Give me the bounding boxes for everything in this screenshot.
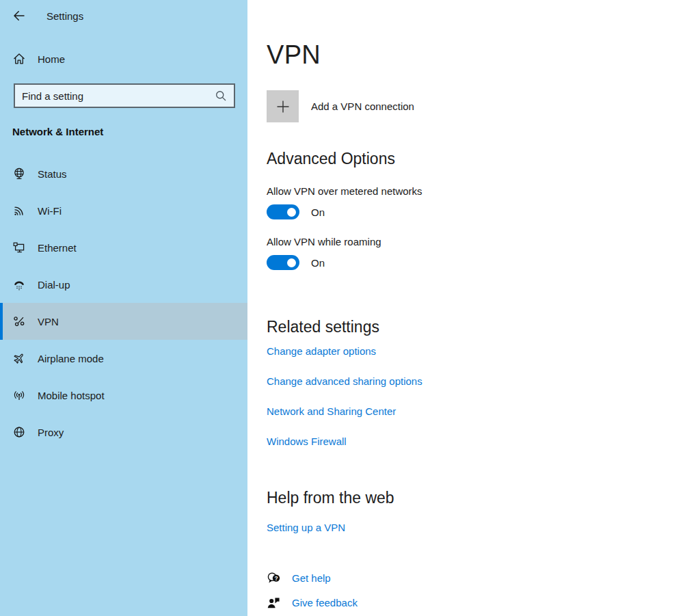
link-change-advanced-sharing-options[interactable]: Change advanced sharing options (267, 375, 422, 388)
advanced-options-heading: Advanced Options (267, 148, 700, 169)
give-feedback-icon (267, 595, 282, 611)
sidebar-item-label: Airplane mode (38, 353, 104, 364)
add-vpn-button[interactable]: Add a VPN connection (267, 90, 414, 122)
link-setting-up-a-vpn[interactable]: Setting up a VPN (267, 521, 345, 535)
toggle-switch-on[interactable] (267, 204, 299, 219)
window-title: Settings (46, 10, 83, 22)
sidebar-item-home[interactable]: Home (0, 45, 247, 72)
toggle-state-label: On (311, 257, 325, 269)
get-help-link[interactable]: Get help (292, 572, 331, 585)
link-windows-firewall[interactable]: Windows Firewall (267, 435, 347, 448)
sidebar-item-mobile-hotspot[interactable]: Mobile hotspot (0, 377, 247, 414)
sidebar-item-label: Ethernet (38, 242, 77, 254)
airplane-icon (12, 351, 26, 365)
sidebar-item-vpn[interactable]: VPN (0, 303, 247, 340)
give-feedback-link[interactable]: Give feedback (292, 596, 358, 610)
toggle-label-roaming: Allow VPN while roaming (267, 235, 700, 249)
sidebar-item-label: Wi-Fi (38, 205, 62, 217)
sidebar-item-proxy[interactable]: Proxy (0, 414, 247, 451)
sidebar-item-airplane-mode[interactable]: Airplane mode (0, 340, 247, 377)
svg-text:?: ? (274, 575, 278, 582)
sidebar: Settings Home Network & Internet (0, 0, 247, 616)
sidebar-item-label: Mobile hotspot (38, 390, 105, 401)
toggle-state-label: On (311, 206, 325, 218)
search-box[interactable] (14, 83, 235, 108)
sidebar-item-dialup[interactable]: Dial-up (0, 266, 247, 303)
get-help-icon: ? (267, 571, 282, 586)
page-title: VPN (267, 40, 700, 70)
sidebar-item-wifi[interactable]: Wi-Fi (0, 192, 247, 229)
related-settings-heading: Related settings (267, 317, 700, 337)
titlebar: Settings (0, 0, 247, 23)
vpn-icon (12, 314, 26, 328)
sidebar-group-header: Network & Internet (12, 126, 247, 137)
help-from-web-heading: Help from the web (267, 487, 700, 508)
back-arrow-icon (12, 9, 26, 23)
give-feedback-row[interactable]: Give feedback (267, 595, 358, 611)
search-icon (215, 90, 227, 102)
toggle-knob (287, 208, 296, 217)
toggle-switch-on[interactable] (267, 255, 299, 270)
hotspot-icon (12, 388, 26, 402)
add-vpn-label: Add a VPN connection (311, 101, 414, 112)
link-change-adapter-options[interactable]: Change adapter options (267, 345, 376, 358)
ethernet-icon (12, 241, 26, 254)
settings-window: Settings Home Network & Internet (0, 0, 700, 616)
back-button[interactable] (12, 9, 26, 23)
sidebar-item-label: VPN (38, 316, 59, 327)
status-icon (12, 167, 26, 180)
toggle-label-metered: Allow VPN over metered networks (267, 185, 700, 198)
home-icon (12, 52, 26, 66)
sidebar-nav: Status Wi-Fi (0, 155, 247, 451)
sidebar-item-label: Proxy (38, 427, 64, 438)
sidebar-item-label: Home (38, 53, 65, 65)
selected-accent-bar (0, 303, 3, 340)
sidebar-item-label: Status (38, 168, 67, 180)
main-content: VPN Add a VPN connection Advanced Option… (247, 0, 700, 616)
sidebar-item-status[interactable]: Status (0, 155, 247, 192)
sidebar-item-ethernet[interactable]: Ethernet (0, 229, 247, 266)
toggle-metered[interactable]: On (267, 204, 325, 219)
toggle-roaming[interactable]: On (267, 255, 325, 270)
proxy-icon (12, 425, 26, 439)
wifi-icon (12, 204, 26, 217)
footer-links: ? Get help Give feedback (267, 570, 700, 611)
toggle-knob (287, 258, 296, 267)
sidebar-item-label: Dial-up (38, 279, 70, 291)
search-input[interactable] (22, 90, 215, 102)
plus-icon (267, 90, 299, 122)
link-network-and-sharing-center[interactable]: Network and Sharing Center (267, 405, 396, 418)
get-help-row[interactable]: ? Get help (267, 570, 331, 587)
dialup-icon (12, 278, 26, 291)
